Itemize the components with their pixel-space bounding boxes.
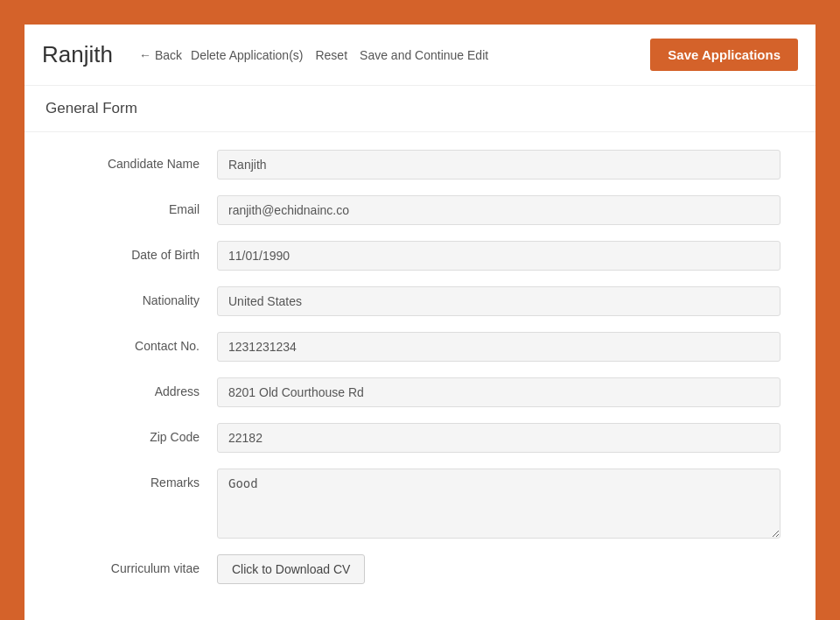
email-input[interactable] — [217, 195, 780, 225]
page-wrapper: Ranjith ← Back Delete Application(s) Res… — [14, 14, 826, 620]
dob-input[interactable] — [217, 241, 780, 271]
email-label: Email — [60, 195, 217, 216]
dob-row: Date of Birth — [60, 241, 780, 271]
cv-label: Curriculum vitae — [60, 554, 217, 575]
save-applications-button[interactable]: Save Applications — [650, 39, 798, 71]
remarks-label: Remarks — [60, 469, 217, 490]
contact-input[interactable] — [217, 332, 780, 362]
nationality-input[interactable] — [217, 286, 780, 316]
header-nav: ← Back Delete Application(s) Reset Save … — [139, 48, 633, 62]
candidate-name-input[interactable] — [217, 150, 780, 180]
content-area: General Form Candidate Name Email Date o… — [24, 86, 816, 620]
contact-label: Contact No. — [60, 332, 217, 353]
page-title: Ranjith — [42, 41, 113, 68]
cv-row: Curriculum vitae Click to Download CV — [60, 554, 780, 584]
header: Ranjith ← Back Delete Application(s) Res… — [24, 25, 816, 86]
zip-row: Zip Code — [60, 423, 780, 453]
remarks-textarea[interactable]: Good — [217, 469, 780, 539]
contact-row: Contact No. — [60, 332, 780, 362]
delete-button[interactable]: Delete Application(s) — [187, 48, 306, 62]
reset-button[interactable]: Reset — [312, 48, 351, 62]
remarks-row: Remarks Good — [60, 469, 780, 539]
dob-label: Date of Birth — [60, 241, 217, 262]
candidate-name-row: Candidate Name — [60, 150, 780, 180]
email-row: Email — [60, 195, 780, 225]
download-cv-button[interactable]: Click to Download CV — [217, 554, 365, 584]
back-label: Back — [155, 48, 182, 62]
nationality-row: Nationality — [60, 286, 780, 316]
address-input[interactable] — [217, 377, 780, 407]
save-continue-button[interactable]: Save and Continue Edit — [356, 48, 492, 62]
main-container: Ranjith ← Back Delete Application(s) Res… — [24, 25, 816, 620]
section-title: General Form — [24, 86, 816, 132]
address-label: Address — [60, 377, 217, 398]
nationality-label: Nationality — [60, 286, 217, 307]
back-arrow-icon: ← — [139, 48, 151, 62]
zip-input[interactable] — [217, 423, 780, 453]
zip-label: Zip Code — [60, 423, 217, 444]
form-body: Candidate Name Email Date of Birth Natio… — [24, 132, 816, 617]
address-row: Address — [60, 377, 780, 407]
back-link[interactable]: ← Back — [139, 48, 182, 62]
candidate-name-label: Candidate Name — [60, 150, 217, 171]
